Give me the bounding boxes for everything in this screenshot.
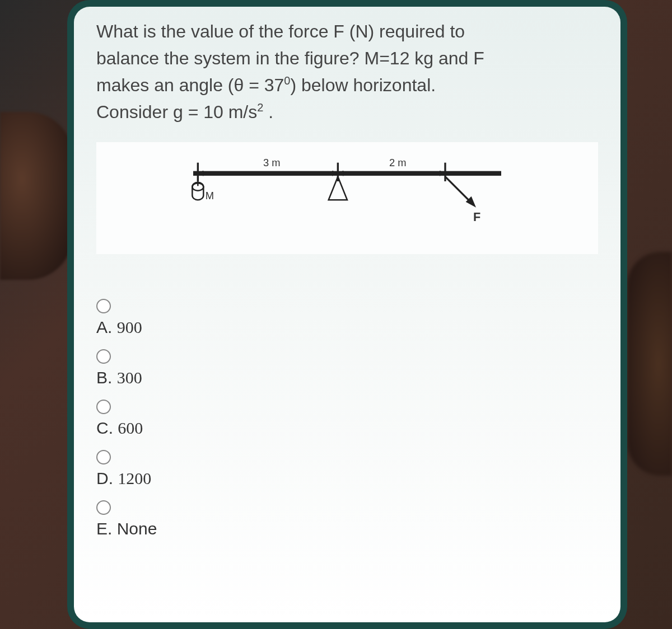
option-b[interactable]: B. 300 (96, 349, 598, 387)
physics-figure: 3 m 2 m (96, 142, 598, 254)
radio-icon[interactable] (96, 450, 111, 464)
radio-icon[interactable] (96, 400, 111, 414)
option-label: A. 900 (96, 318, 598, 337)
question-line4a: Consider g = 10 m/s (96, 102, 257, 122)
dist-right-label: 2 m (389, 157, 407, 168)
option-c[interactable]: C. 600 (96, 400, 598, 438)
question-line3-sup: 0 (284, 74, 290, 87)
phone-frame: What is the value of the force F (N) req… (67, 0, 627, 629)
option-label: C. 600 (96, 419, 598, 438)
question-line3a: makes an angle (θ = 37 (96, 75, 284, 95)
mass-label: M (206, 190, 214, 201)
finger-left (0, 112, 73, 280)
option-label: D. 1200 (96, 469, 598, 488)
question-line2: balance the system in the figure? M=12 k… (96, 48, 484, 68)
question-line1: What is the value of the force F (N) req… (96, 21, 465, 41)
option-e[interactable]: E. None (96, 500, 598, 538)
quiz-screen: What is the value of the force F (N) req… (74, 7, 620, 622)
dist-left-label: 3 m (263, 157, 281, 168)
question-line4-sup: 2 (257, 101, 263, 114)
option-label: E. None (96, 519, 598, 538)
force-label: F (473, 210, 480, 224)
option-label: B. 300 (96, 368, 598, 387)
options-list: A. 900 B. 300 C. 600 D. 1200 E. None (96, 299, 598, 538)
finger-right (627, 252, 672, 476)
question-line4b: . (263, 102, 273, 122)
beam-diagram-svg: 3 m 2 m (102, 153, 592, 237)
radio-icon[interactable] (96, 299, 111, 313)
question-text: What is the value of the force F (N) req… (96, 18, 598, 125)
radio-icon[interactable] (96, 349, 111, 364)
radio-icon[interactable] (96, 500, 111, 515)
question-line3b: ) below horizontal. (290, 75, 436, 95)
option-a[interactable]: A. 900 (96, 299, 598, 337)
option-d[interactable]: D. 1200 (96, 450, 598, 488)
